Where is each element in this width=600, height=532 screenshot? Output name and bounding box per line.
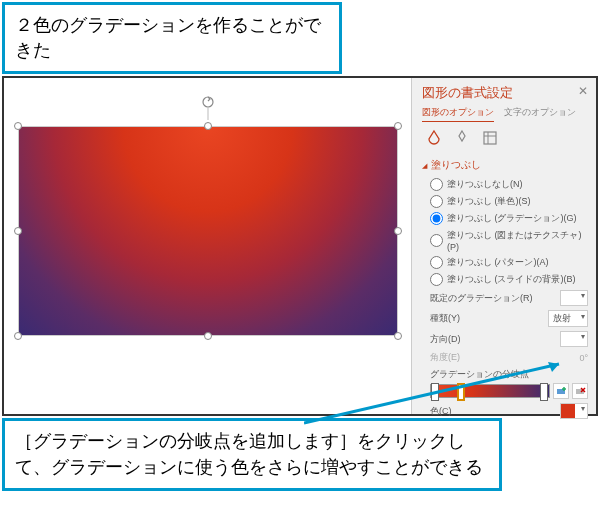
gradient-stop[interactable] [540, 383, 548, 401]
preset-gradient-picker[interactable] [560, 290, 588, 306]
radio-label: 塗りつぶし (図またはテクスチャ)(P) [447, 229, 588, 252]
svg-rect-3 [484, 132, 496, 144]
resize-handle[interactable] [394, 227, 402, 235]
powerpoint-window: ✕ 図形の書式設定 図形のオプション 文字のオプション 塗りつぶし 塗りつぶしな… [2, 76, 598, 416]
tab-text-options[interactable]: 文字のオプション [504, 106, 576, 122]
fill-solid-radio[interactable]: 塗りつぶし (単色)(S) [430, 195, 588, 208]
type-label: 種類(Y) [430, 312, 460, 325]
gradient-direction-row: 方向(D) [430, 331, 588, 347]
svg-point-0 [203, 97, 213, 107]
stop-color-picker[interactable] [560, 403, 588, 419]
radio-label: 塗りつぶし (スライドの背景)(B) [447, 273, 576, 286]
add-gradient-stop-button[interactable] [553, 383, 569, 399]
callout-top-text: ２色のグラデーションを作ることができた [15, 15, 321, 60]
resize-handle[interactable] [204, 332, 212, 340]
gradient-angle-row: 角度(E) 0° [430, 351, 588, 364]
angle-label: 角度(E) [430, 351, 460, 364]
gradient-stop[interactable] [431, 383, 439, 401]
resize-handle[interactable] [394, 332, 402, 340]
gradient-stops-bar[interactable] [430, 384, 550, 398]
resize-handle[interactable] [394, 122, 402, 130]
direction-label: 方向(D) [430, 333, 461, 346]
angle-value: 0° [579, 353, 588, 363]
size-properties-icon[interactable] [480, 128, 500, 148]
gradient-stop-selected[interactable] [457, 383, 465, 401]
effects-icon[interactable] [452, 128, 472, 148]
color-label: 色(C) [430, 405, 452, 418]
fill-none-radio[interactable]: 塗りつぶしなし(N) [430, 178, 588, 191]
instruction-callout-bottom: ［グラデーションの分岐点を追加します］をクリックして、グラデーションに使う色をさ… [2, 418, 502, 490]
radio-label: 塗りつぶし (パターン)(A) [447, 256, 549, 269]
radio-label: 塗りつぶしなし(N) [447, 178, 523, 191]
pane-title: 図形の書式設定 [422, 84, 588, 102]
instruction-callout-top: ２色のグラデーションを作ることができた [2, 2, 342, 74]
stop-color-row: 色(C) [430, 403, 588, 419]
radio-label: 塗りつぶし (グラデーション)(G) [447, 212, 577, 225]
gradient-type-combo[interactable]: 放射 [548, 310, 588, 327]
slide-canvas[interactable] [4, 78, 411, 414]
selected-shape[interactable] [18, 126, 398, 336]
preset-label: 既定のグラデーション(R) [430, 292, 533, 305]
gradient-stops-label: グラデーションの分岐点 [430, 368, 588, 381]
fill-gradient-radio[interactable]: 塗りつぶし (グラデーション)(G) [430, 212, 588, 225]
fill-picture-radio[interactable]: 塗りつぶし (図またはテクスチャ)(P) [430, 229, 588, 252]
gradient-stops-row [430, 383, 588, 399]
gradient-type-row: 種類(Y) 放射 [430, 310, 588, 327]
close-icon[interactable]: ✕ [578, 84, 588, 98]
fill-pattern-radio[interactable]: 塗りつぶし (パターン)(A) [430, 256, 588, 269]
fill-section-header[interactable]: 塗りつぶし [422, 158, 588, 172]
category-icons [422, 128, 588, 148]
resize-handle[interactable] [14, 332, 22, 340]
fill-type-radios: 塗りつぶしなし(N) 塗りつぶし (単色)(S) 塗りつぶし (グラデーション)… [422, 178, 588, 286]
callout-bottom-text: ［グラデーションの分岐点を追加します］をクリックして、グラデーションに使う色をさ… [15, 431, 483, 476]
fill-line-icon[interactable] [424, 128, 444, 148]
tab-shape-options[interactable]: 図形のオプション [422, 106, 494, 122]
rotation-handle-icon[interactable] [200, 96, 216, 120]
gradient-rectangle[interactable] [18, 126, 398, 336]
format-shape-pane: ✕ 図形の書式設定 図形のオプション 文字のオプション 塗りつぶし 塗りつぶしな… [411, 78, 596, 414]
radio-label: 塗りつぶし (単色)(S) [447, 195, 531, 208]
remove-gradient-stop-button[interactable] [572, 383, 588, 399]
gradient-direction-picker[interactable] [560, 331, 588, 347]
fill-slide-bg-radio[interactable]: 塗りつぶし (スライドの背景)(B) [430, 273, 588, 286]
preset-gradient-row: 既定のグラデーション(R) [430, 290, 588, 306]
svg-marker-2 [459, 131, 465, 141]
pane-tabs: 図形のオプション 文字のオプション [422, 106, 588, 122]
